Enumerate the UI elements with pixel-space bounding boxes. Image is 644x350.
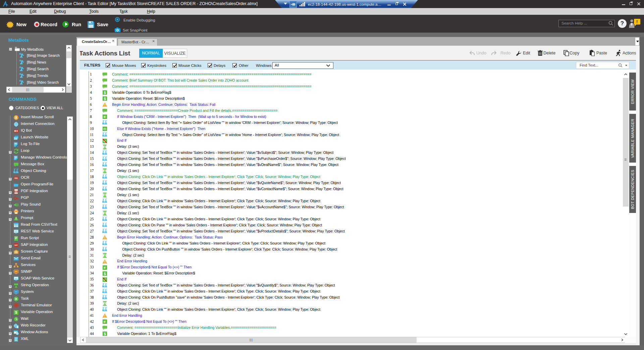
svg-text:$: $ [104, 271, 106, 275]
svg-text:PDF: PDF [15, 191, 18, 192]
svg-text:XML: XML [14, 340, 18, 341]
svg-text:EI: EI [103, 127, 106, 131]
svg-text:SAP: SAP [14, 245, 17, 246]
svg-text:$: $ [104, 332, 106, 336]
svg-text:$: $ [104, 97, 106, 101]
svg-text:OCR: OCR [14, 177, 18, 179]
svg-text:$: $ [104, 91, 106, 95]
svg-text:IF: IF [104, 115, 106, 119]
svg-text:IF: IF [104, 266, 106, 269]
svg-text:IF: IF [104, 320, 106, 323]
svg-text:$: $ [15, 310, 17, 314]
